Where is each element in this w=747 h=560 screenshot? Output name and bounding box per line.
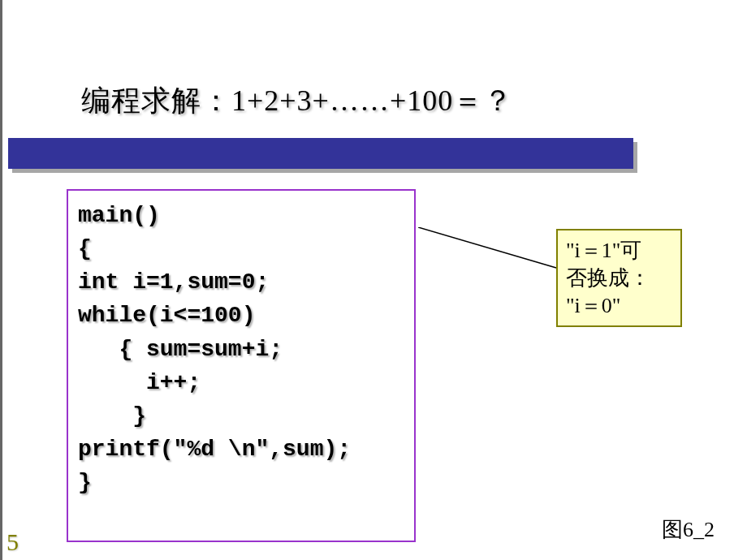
code-line-6: i++;	[78, 366, 404, 399]
code-line-4: while(i<=100)	[78, 299, 404, 332]
slide-title-area: 编程求解：1+2+3+……+100＝？	[81, 81, 666, 121]
code-line-7: }	[78, 399, 404, 433]
callout-annotation: "i＝1"可 否换成： "i＝0"	[556, 229, 682, 327]
code-line-9: }	[78, 466, 404, 499]
code-line-8: printf("%d \n",sum);	[78, 433, 404, 466]
callout-text-1: "i＝1"可	[566, 237, 672, 265]
callout-connector-line	[418, 227, 560, 272]
slide-title: 编程求解：1+2+3+……+100＝？	[81, 84, 513, 117]
figure-label: 图6_2	[662, 515, 715, 544]
code-line-2: {	[78, 232, 404, 265]
callout-text-2: 否换成：	[566, 265, 672, 292]
callout-text-3: "i＝0"	[566, 292, 672, 320]
code-line-5: { sum=sum+i;	[78, 333, 404, 366]
left-accent-bar	[0, 0, 2, 560]
page-number: 5	[6, 528, 19, 556]
svg-line-0	[418, 227, 556, 268]
code-block: main() { int i=1,sum=0; while(i<=100) { …	[67, 189, 416, 542]
code-line-3: int i=1,sum=0;	[78, 265, 404, 299]
title-underline	[8, 138, 633, 169]
code-line-1: main()	[78, 199, 404, 232]
